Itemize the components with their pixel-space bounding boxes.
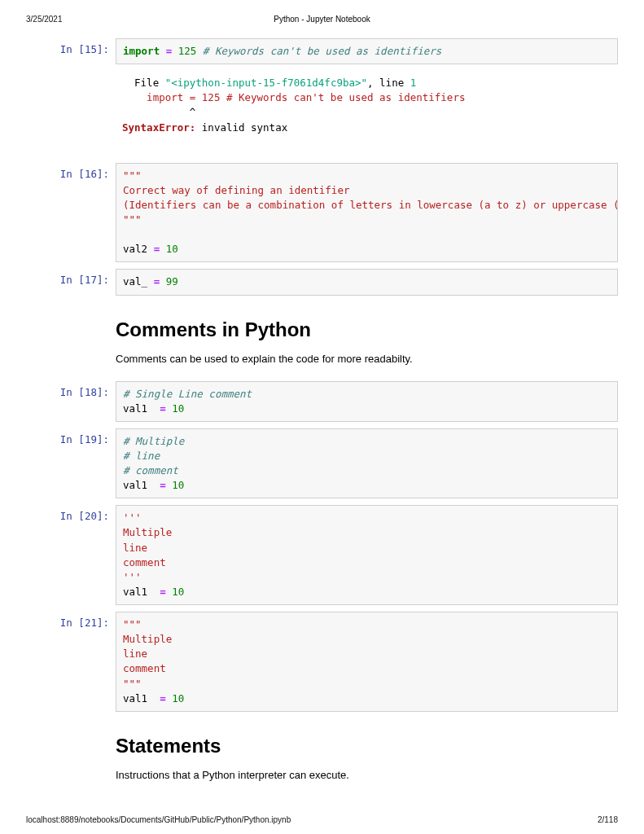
prompt-in-18: In [18]:	[52, 381, 116, 422]
footer-path: localhost:8889/notebooks/Documents/GitHu…	[26, 815, 291, 824]
prompt-in-19: In [19]:	[52, 428, 116, 499]
paragraph-statements: Instructions that a Python interpreter c…	[116, 769, 611, 781]
markdown-statements: Statements Instructions that a Python in…	[116, 735, 611, 781]
prompt-in-17: In [17]:	[52, 269, 116, 295]
cell-15-output: File "<ipython-input-15-f7061d4fc9ba>", …	[26, 71, 618, 143]
code-input-21[interactable]: """ Multiple line comment """ val1 = 10	[116, 612, 618, 712]
prompt-in-15: In [15]:	[52, 38, 116, 64]
code-input-16[interactable]: """ Correct way of defining an identifie…	[116, 163, 618, 263]
cell-18: In [18]: # Single Line comment val1 = 10	[26, 381, 618, 422]
cell-19: In [19]: # Multiple # line # comment val…	[26, 428, 618, 499]
code-input-15[interactable]: import = 125 # Keywords can't be used as…	[116, 38, 618, 64]
prompt-in-21: In [21]:	[52, 612, 116, 712]
paragraph-comments: Comments can be used to explain the code…	[116, 353, 611, 365]
code-input-19[interactable]: # Multiple # line # comment val1 = 10	[116, 428, 618, 499]
print-title: Python - Jupyter Notebook	[0, 15, 644, 24]
code-input-17[interactable]: val_ = 99	[116, 269, 618, 295]
print-footer: localhost:8889/notebooks/Documents/GitHu…	[26, 815, 618, 824]
prompt-in-20: In [20]:	[52, 505, 116, 605]
heading-statements: Statements	[116, 735, 611, 757]
page: 3/25/2021 Python - Jupyter Notebook In […	[0, 0, 644, 834]
cell-17: In [17]: val_ = 99	[26, 269, 618, 295]
cell-16: In [16]: """ Correct way of defining an …	[26, 163, 618, 263]
code-input-20[interactable]: ''' Multiple line comment ''' val1 = 10	[116, 505, 618, 605]
prompt-in-16: In [16]:	[52, 163, 116, 263]
cell-15: In [15]: import = 125 # Keywords can't b…	[26, 38, 618, 64]
heading-comments: Comments in Python	[116, 318, 611, 341]
code-input-18[interactable]: # Single Line comment val1 = 10	[116, 381, 618, 422]
output-15: File "<ipython-input-15-f7061d4fc9ba>", …	[116, 71, 618, 143]
cell-20: In [20]: ''' Multiple line comment ''' v…	[26, 505, 618, 605]
markdown-comments: Comments in Python Comments can be used …	[116, 318, 611, 365]
cell-21: In [21]: """ Multiple line comment """ v…	[26, 612, 618, 712]
footer-page: 2/118	[598, 815, 618, 824]
